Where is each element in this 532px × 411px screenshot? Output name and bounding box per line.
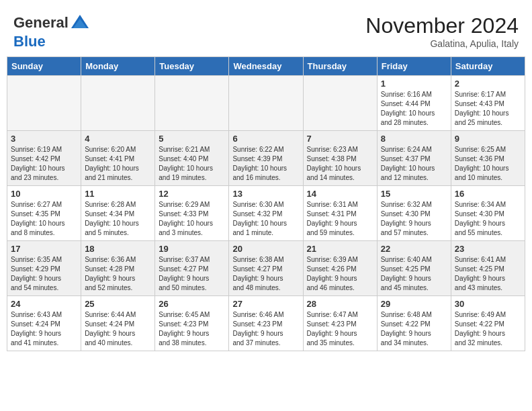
day-info: Sunrise: 6:38 AM Sunset: 4:27 PM Dayligh… <box>232 255 299 293</box>
calendar-cell: 20Sunrise: 6:38 AM Sunset: 4:27 PM Dayli… <box>229 241 303 296</box>
day-number: 20 <box>232 244 299 254</box>
calendar-cell: 22Sunrise: 6:40 AM Sunset: 4:25 PM Dayli… <box>377 241 451 296</box>
weekday-header-monday: Monday <box>81 57 155 76</box>
day-number: 14 <box>307 189 373 199</box>
calendar-cell: 23Sunrise: 6:41 AM Sunset: 4:25 PM Dayli… <box>451 241 525 296</box>
day-info: Sunrise: 6:48 AM Sunset: 4:22 PM Dayligh… <box>381 310 447 348</box>
day-info: Sunrise: 6:30 AM Sunset: 4:32 PM Dayligh… <box>232 200 299 238</box>
day-info: Sunrise: 6:34 AM Sunset: 4:30 PM Dayligh… <box>455 200 521 238</box>
page-header: General Blue November 2024 Galatina, Apu… <box>7 7 525 53</box>
day-number: 16 <box>455 189 521 199</box>
day-info: Sunrise: 6:19 AM Sunset: 4:42 PM Dayligh… <box>11 145 77 183</box>
day-number: 23 <box>455 244 521 254</box>
calendar-cell: 5Sunrise: 6:21 AM Sunset: 4:40 PM Daylig… <box>155 131 229 186</box>
logo-text: General Blue <box>13 13 90 50</box>
day-number: 10 <box>11 189 77 199</box>
day-info: Sunrise: 6:44 AM Sunset: 4:24 PM Dayligh… <box>85 310 151 348</box>
calendar-cell: 29Sunrise: 6:48 AM Sunset: 4:22 PM Dayli… <box>377 296 451 351</box>
day-number: 17 <box>11 244 77 254</box>
calendar-week-5: 24Sunrise: 6:43 AM Sunset: 4:24 PM Dayli… <box>7 296 525 351</box>
day-info: Sunrise: 6:46 AM Sunset: 4:23 PM Dayligh… <box>232 310 299 348</box>
day-info: Sunrise: 6:45 AM Sunset: 4:23 PM Dayligh… <box>159 310 225 348</box>
calendar-cell <box>155 76 229 131</box>
day-info: Sunrise: 6:17 AM Sunset: 4:43 PM Dayligh… <box>455 90 521 128</box>
weekday-header-saturday: Saturday <box>451 57 525 76</box>
day-info: Sunrise: 6:40 AM Sunset: 4:25 PM Dayligh… <box>381 255 447 293</box>
calendar-week-2: 3Sunrise: 6:19 AM Sunset: 4:42 PM Daylig… <box>7 131 525 186</box>
day-number: 18 <box>85 244 151 254</box>
logo-general: General <box>13 14 69 31</box>
day-number: 9 <box>455 134 521 144</box>
calendar-cell: 7Sunrise: 6:23 AM Sunset: 4:38 PM Daylig… <box>303 131 377 186</box>
day-info: Sunrise: 6:31 AM Sunset: 4:31 PM Dayligh… <box>307 200 373 238</box>
calendar-cell: 26Sunrise: 6:45 AM Sunset: 4:23 PM Dayli… <box>155 296 229 351</box>
day-number: 8 <box>381 134 447 144</box>
calendar-cell: 13Sunrise: 6:30 AM Sunset: 4:32 PM Dayli… <box>229 186 303 241</box>
calendar-cell: 30Sunrise: 6:49 AM Sunset: 4:22 PM Dayli… <box>451 296 525 351</box>
calendar-week-4: 17Sunrise: 6:35 AM Sunset: 4:29 PM Dayli… <box>7 241 525 296</box>
day-number: 25 <box>85 299 151 309</box>
title-area: November 2024 Galatina, Apulia, Italy <box>365 13 519 49</box>
calendar-cell: 25Sunrise: 6:44 AM Sunset: 4:24 PM Dayli… <box>81 296 155 351</box>
weekday-header-friday: Friday <box>377 57 451 76</box>
weekday-header-tuesday: Tuesday <box>155 57 229 76</box>
day-number: 22 <box>381 244 447 254</box>
calendar-cell: 27Sunrise: 6:46 AM Sunset: 4:23 PM Dayli… <box>229 296 303 351</box>
day-info: Sunrise: 6:36 AM Sunset: 4:28 PM Dayligh… <box>85 255 151 293</box>
calendar-table: SundayMondayTuesdayWednesdayThursdayFrid… <box>7 56 525 351</box>
calendar-cell: 21Sunrise: 6:39 AM Sunset: 4:26 PM Dayli… <box>303 241 377 296</box>
calendar-cell: 12Sunrise: 6:29 AM Sunset: 4:33 PM Dayli… <box>155 186 229 241</box>
day-number: 29 <box>381 299 447 309</box>
day-info: Sunrise: 6:23 AM Sunset: 4:38 PM Dayligh… <box>307 145 373 183</box>
day-info: Sunrise: 6:29 AM Sunset: 4:33 PM Dayligh… <box>159 200 225 238</box>
calendar-cell: 11Sunrise: 6:28 AM Sunset: 4:34 PM Dayli… <box>81 186 155 241</box>
calendar-cell: 6Sunrise: 6:22 AM Sunset: 4:39 PM Daylig… <box>229 131 303 186</box>
weekday-header-thursday: Thursday <box>303 57 377 76</box>
day-number: 2 <box>455 79 521 89</box>
day-info: Sunrise: 6:28 AM Sunset: 4:34 PM Dayligh… <box>85 200 151 238</box>
weekday-header-sunday: Sunday <box>7 57 81 76</box>
calendar-cell: 15Sunrise: 6:32 AM Sunset: 4:30 PM Dayli… <box>377 186 451 241</box>
calendar-week-1: 1Sunrise: 6:16 AM Sunset: 4:44 PM Daylig… <box>7 76 525 131</box>
day-info: Sunrise: 6:35 AM Sunset: 4:29 PM Dayligh… <box>11 255 77 293</box>
day-info: Sunrise: 6:39 AM Sunset: 4:26 PM Dayligh… <box>307 255 373 293</box>
day-number: 28 <box>307 299 373 309</box>
calendar-cell <box>303 76 377 131</box>
calendar-cell: 28Sunrise: 6:47 AM Sunset: 4:23 PM Dayli… <box>303 296 377 351</box>
day-number: 13 <box>232 189 299 199</box>
day-number: 27 <box>232 299 299 309</box>
day-info: Sunrise: 6:27 AM Sunset: 4:35 PM Dayligh… <box>11 200 77 238</box>
day-number: 5 <box>159 134 225 144</box>
calendar-cell: 14Sunrise: 6:31 AM Sunset: 4:31 PM Dayli… <box>303 186 377 241</box>
day-info: Sunrise: 6:20 AM Sunset: 4:41 PM Dayligh… <box>85 145 151 183</box>
day-number: 3 <box>11 134 77 144</box>
day-number: 12 <box>159 189 225 199</box>
month-title: November 2024 <box>365 13 519 38</box>
calendar-cell: 1Sunrise: 6:16 AM Sunset: 4:44 PM Daylig… <box>377 76 451 131</box>
day-number: 15 <box>381 189 447 199</box>
day-info: Sunrise: 6:47 AM Sunset: 4:23 PM Dayligh… <box>307 310 373 348</box>
day-number: 26 <box>159 299 225 309</box>
day-number: 7 <box>307 134 373 144</box>
day-number: 19 <box>159 244 225 254</box>
calendar-cell <box>229 76 303 131</box>
calendar-cell: 2Sunrise: 6:17 AM Sunset: 4:43 PM Daylig… <box>451 76 525 131</box>
calendar-cell: 16Sunrise: 6:34 AM Sunset: 4:30 PM Dayli… <box>451 186 525 241</box>
calendar-cell: 17Sunrise: 6:35 AM Sunset: 4:29 PM Dayli… <box>7 241 81 296</box>
day-info: Sunrise: 6:41 AM Sunset: 4:25 PM Dayligh… <box>455 255 521 293</box>
day-number: 21 <box>307 244 373 254</box>
day-number: 1 <box>381 79 447 89</box>
logo: General Blue <box>13 13 90 50</box>
day-info: Sunrise: 6:32 AM Sunset: 4:30 PM Dayligh… <box>381 200 447 238</box>
day-info: Sunrise: 6:25 AM Sunset: 4:36 PM Dayligh… <box>455 145 521 183</box>
calendar-cell: 3Sunrise: 6:19 AM Sunset: 4:42 PM Daylig… <box>7 131 81 186</box>
calendar-week-3: 10Sunrise: 6:27 AM Sunset: 4:35 PM Dayli… <box>7 186 525 241</box>
weekday-header-wednesday: Wednesday <box>229 57 303 76</box>
day-number: 4 <box>85 134 151 144</box>
day-info: Sunrise: 6:22 AM Sunset: 4:39 PM Dayligh… <box>232 145 299 183</box>
day-info: Sunrise: 6:49 AM Sunset: 4:22 PM Dayligh… <box>455 310 521 348</box>
day-number: 6 <box>232 134 299 144</box>
day-info: Sunrise: 6:16 AM Sunset: 4:44 PM Dayligh… <box>381 90 447 128</box>
day-number: 30 <box>455 299 521 309</box>
calendar-cell: 10Sunrise: 6:27 AM Sunset: 4:35 PM Dayli… <box>7 186 81 241</box>
